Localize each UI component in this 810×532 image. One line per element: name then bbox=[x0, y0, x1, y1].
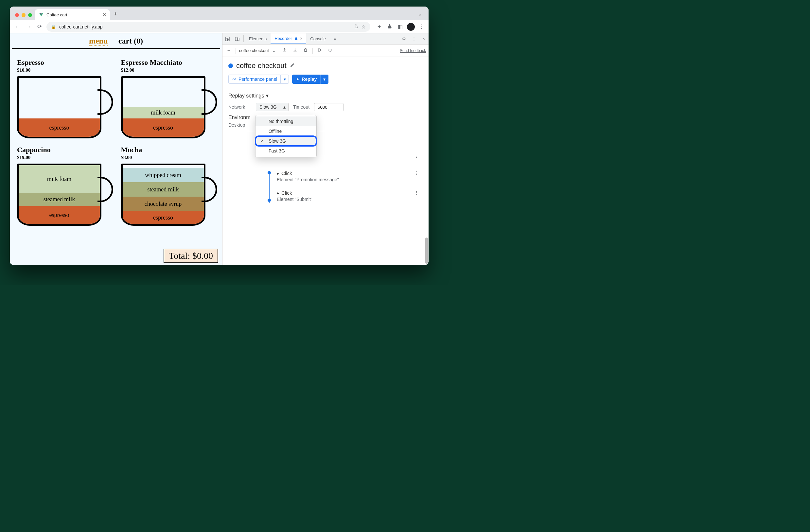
timeout-label: Timeout bbox=[293, 104, 309, 110]
settings-gear-icon[interactable]: ⚙ bbox=[399, 33, 409, 44]
step-title: Click bbox=[281, 190, 292, 196]
close-window-icon[interactable] bbox=[15, 13, 19, 17]
network-label: Network bbox=[228, 104, 251, 110]
recorder-header: coffee checkout Performance panel ▾ bbox=[223, 57, 428, 88]
dropdown-option-offline[interactable]: Offline bbox=[256, 126, 317, 136]
cup-handle-icon bbox=[97, 177, 113, 202]
network-select[interactable]: Slow 3G bbox=[256, 103, 289, 111]
dropdown-option-no-throttling[interactable]: No throttling bbox=[256, 116, 317, 126]
gauge-icon bbox=[232, 77, 237, 81]
product-title: Cappucino bbox=[17, 146, 111, 154]
tab-recorder-label: Recorder bbox=[274, 36, 292, 41]
device-toolbar-icon[interactable] bbox=[232, 33, 242, 44]
flask-icon bbox=[294, 37, 298, 41]
send-feedback-link[interactable]: Send feedback bbox=[400, 48, 426, 53]
step-play-icon[interactable] bbox=[316, 48, 323, 53]
share-icon[interactable] bbox=[354, 24, 358, 30]
inspect-element-icon[interactable] bbox=[223, 33, 232, 44]
nav-link-menu[interactable]: menu bbox=[89, 37, 108, 46]
tab-more[interactable]: » bbox=[330, 33, 340, 44]
recording-name: coffee checkout bbox=[239, 48, 269, 53]
side-panel-icon[interactable]: ◧ bbox=[396, 23, 404, 30]
step-menu-icon[interactable]: ⋮ bbox=[414, 155, 419, 160]
performance-panel-button-group: Performance panel ▾ bbox=[228, 75, 289, 84]
url-text: coffee-cart.netlify.app bbox=[59, 24, 103, 30]
svg-point-7 bbox=[330, 51, 330, 51]
browser-tab[interactable]: Coffee cart × bbox=[35, 9, 110, 20]
step-item[interactable]: ⋮ ▸Click Element "Promotion message" bbox=[264, 171, 423, 190]
tab-title: Coffee cart bbox=[46, 13, 67, 17]
scrollbar-thumb[interactable] bbox=[425, 238, 428, 264]
product-macchiato[interactable]: Espresso Macchiato $12.00 espresso milk … bbox=[121, 58, 215, 139]
replay-settings-heading[interactable]: Replay settings ▾ bbox=[228, 93, 423, 99]
tab-elements[interactable]: Elements bbox=[245, 33, 271, 44]
step-item[interactable]: ⋮ ▸Click Element "Submit" bbox=[264, 190, 423, 210]
cup-handle-icon bbox=[201, 89, 217, 115]
product-title: Mocha bbox=[121, 146, 215, 154]
new-recording-icon[interactable]: ＋ bbox=[225, 47, 232, 54]
edit-title-icon[interactable] bbox=[290, 63, 295, 69]
export-icon[interactable] bbox=[281, 48, 288, 53]
layer-espresso: espresso bbox=[123, 118, 204, 137]
close-devtools-icon[interactable]: × bbox=[419, 33, 428, 44]
profile-avatar-icon[interactable] bbox=[407, 23, 415, 31]
total-button[interactable]: Total: $0.00 bbox=[164, 249, 218, 263]
tab-recorder[interactable]: Recorder × bbox=[271, 33, 306, 44]
performance-panel-dropdown[interactable]: ▾ bbox=[281, 75, 289, 84]
labs-icon[interactable] bbox=[386, 23, 393, 30]
minimize-window-icon[interactable] bbox=[21, 13, 26, 17]
caret-down-icon: ▾ bbox=[266, 93, 269, 99]
tab-list-button[interactable]: ⌄ bbox=[417, 11, 425, 20]
bookmark-icon[interactable]: ☆ bbox=[361, 24, 366, 30]
dropdown-option-slow-3g[interactable]: ✓ Slow 3G bbox=[256, 136, 317, 146]
recorder-toolbar: ＋ coffee checkout ⌄ bbox=[223, 45, 428, 57]
dropdown-option-fast-3g[interactable]: Fast 3G bbox=[256, 146, 317, 156]
toolbar-actions: ✦ ◧ ⋮ bbox=[375, 23, 425, 31]
cup-body: espresso milk foam bbox=[121, 76, 206, 139]
cup-handle-icon bbox=[201, 177, 217, 202]
import-icon[interactable] bbox=[291, 48, 299, 53]
chevron-down-icon: ⌄ bbox=[272, 48, 276, 53]
maximize-window-icon[interactable] bbox=[28, 13, 32, 17]
caret-right-icon: ▸ bbox=[277, 171, 279, 176]
step-menu-icon[interactable]: ⋮ bbox=[414, 171, 419, 176]
close-tab-icon[interactable]: × bbox=[103, 12, 106, 18]
nav-link-cart[interactable]: cart (0) bbox=[118, 37, 143, 45]
recording-selector[interactable]: coffee checkout ⌄ bbox=[239, 48, 278, 53]
step-menu-icon[interactable]: ⋮ bbox=[414, 190, 419, 195]
product-cappucino[interactable]: Cappucino $19.00 espresso steamed milk m… bbox=[17, 146, 111, 226]
product-price: $19.00 bbox=[17, 155, 111, 160]
tab-console[interactable]: Console bbox=[306, 33, 330, 44]
forward-button[interactable]: → bbox=[24, 23, 33, 30]
replay-dropdown[interactable]: ▾ bbox=[320, 75, 328, 84]
dropdown-option-label: Slow 3G bbox=[269, 139, 286, 144]
network-dropdown-popup: No throttling Offline ✓ Slow 3G Fast 3G bbox=[255, 115, 317, 157]
product-mocha[interactable]: Mocha $8.00 espresso chocolate syrup ste… bbox=[121, 146, 215, 226]
perf-label: Performance panel bbox=[239, 77, 277, 82]
reload-button[interactable]: ⟳ bbox=[35, 23, 44, 30]
recorder-body: Replay settings ▾ Network Slow 3G Timeou… bbox=[223, 88, 428, 265]
product-espresso[interactable]: Espresso $10.00 espresso bbox=[17, 58, 111, 139]
extensions-icon[interactable]: ✦ bbox=[375, 23, 383, 30]
address-bar[interactable]: 🔒 coffee-cart.netlify.app ☆ bbox=[46, 22, 370, 32]
svg-rect-5 bbox=[318, 48, 318, 51]
replay-button-group: Replay ▾ bbox=[292, 75, 328, 84]
replay-button[interactable]: Replay bbox=[292, 75, 320, 84]
back-button[interactable]: ← bbox=[13, 23, 21, 30]
steps-list: ⋮ ⋮ ▸Click Element "Promotion message" ⋮… bbox=[228, 171, 423, 210]
chrome-tab-strip: Coffee cart × + ⌄ bbox=[10, 6, 428, 20]
network-select-value: Slow 3G bbox=[259, 104, 277, 110]
step-over-icon[interactable] bbox=[326, 48, 334, 53]
chrome-menu-icon[interactable]: ⋮ bbox=[418, 23, 425, 30]
svg-marker-6 bbox=[319, 48, 321, 51]
product-title: Espresso bbox=[17, 58, 111, 67]
check-icon: ✓ bbox=[260, 139, 264, 144]
new-tab-button[interactable]: + bbox=[110, 11, 122, 20]
devtools-menu-icon[interactable]: ⋮ bbox=[409, 33, 419, 44]
close-tab-icon[interactable]: × bbox=[300, 36, 303, 41]
layer-espresso: espresso bbox=[123, 211, 204, 224]
performance-panel-button[interactable]: Performance panel bbox=[228, 75, 281, 84]
timeout-input[interactable] bbox=[314, 103, 343, 111]
delete-icon[interactable] bbox=[302, 48, 309, 53]
step-title: Click bbox=[281, 171, 292, 176]
